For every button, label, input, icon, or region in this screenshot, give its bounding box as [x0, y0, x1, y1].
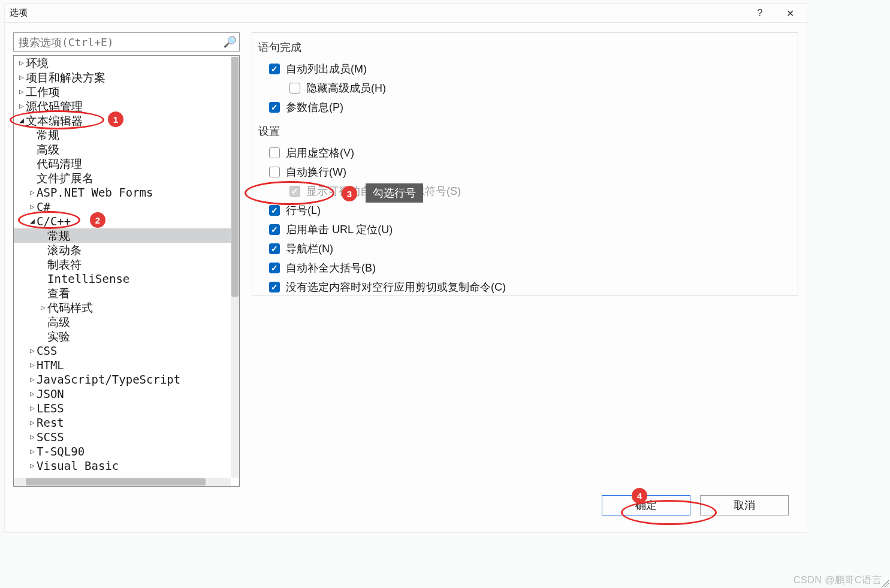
- tree-item[interactable]: ▷ASP.NET Web Forms: [14, 185, 231, 200]
- tree-horizontal-scrollbar[interactable]: [14, 478, 231, 486]
- tree-item-label: 滚动条: [47, 243, 82, 257]
- checkbox-icon: ✓: [269, 263, 280, 273]
- checkbox-icon: [289, 83, 300, 94]
- opt-word-wrap[interactable]: 自动换行(W): [258, 162, 793, 182]
- checkbox-icon: ✓: [269, 64, 280, 74]
- opt-cut-copy-blank[interactable]: ✓ 没有选定内容时对空行应用剪切或复制命令(C): [258, 278, 793, 297]
- tree-item[interactable]: ▷CSS: [14, 343, 231, 358]
- tree-item-label: 文本编辑器: [26, 113, 83, 128]
- tree-item[interactable]: ▷HTML: [14, 358, 231, 372]
- tree-item[interactable]: 实验: [14, 329, 231, 343]
- section-statement-completion: 语句完成: [258, 40, 793, 55]
- tree-item[interactable]: 代码清理: [14, 156, 231, 171]
- opt-parameter-info[interactable]: ✓ 参数信息(P): [258, 98, 793, 117]
- tree-item-label: IntelliSense: [47, 272, 129, 286]
- tree-item-label: JavaScript/TypeScript: [37, 372, 180, 387]
- cancel-button[interactable]: 取消: [700, 495, 789, 515]
- opt-line-numbers[interactable]: ✓ 行号(L): [258, 201, 793, 220]
- tree-item[interactable]: ▷LESS: [14, 401, 231, 415]
- checkbox-icon: [269, 167, 280, 177]
- options-dialog: 选项 ? ✕ 🔍 ▷环境▷项目和解决方案▷工作项▷源代码管理◢文本编辑器常规高级…: [5, 4, 807, 532]
- close-icon: ✕: [786, 8, 794, 19]
- checkbox-icon: ✓: [269, 224, 280, 235]
- caret-right-icon: ▷: [28, 415, 37, 430]
- opt-virtual-space[interactable]: 启用虚空格(V): [258, 143, 793, 162]
- tree-item[interactable]: 常规: [14, 228, 231, 243]
- options-tree[interactable]: ▷环境▷项目和解决方案▷工作项▷源代码管理◢文本编辑器常规高级代码清理文件扩展名…: [14, 56, 231, 478]
- tree-item[interactable]: ▷JSON: [14, 387, 231, 401]
- opt-single-click-url[interactable]: ✓ 启用单击 URL 定位(U): [258, 220, 793, 239]
- tree-item[interactable]: ◢C/C++: [14, 214, 231, 228]
- tree-item[interactable]: ▷Rest: [14, 415, 231, 430]
- search-input[interactable]: [19, 36, 224, 49]
- opt-auto-list-members[interactable]: ✓ 自动列出成员(M): [258, 59, 793, 79]
- checkbox-icon: ✓: [269, 243, 280, 254]
- caret-right-icon: ▷: [28, 401, 37, 415]
- opt-navigation-bar[interactable]: ✓ 导航栏(N): [258, 239, 793, 258]
- section-settings: 设置: [258, 124, 793, 138]
- tree-item-label: LESS: [37, 401, 64, 415]
- tree-item[interactable]: ▷JavaScript/TypeScript: [14, 372, 231, 387]
- tree-item[interactable]: 高级: [14, 142, 231, 156]
- tree-item-label: 代码清理: [37, 156, 82, 171]
- tree-item[interactable]: 滚动条: [14, 243, 231, 257]
- tree-item[interactable]: 制表符: [14, 257, 231, 272]
- tree-item-label: 源代码管理: [26, 99, 83, 113]
- caret-right-icon: ▷: [28, 358, 37, 372]
- tree-item[interactable]: ▷C#: [14, 200, 231, 214]
- checkbox-icon: [269, 147, 280, 158]
- opt-show-wrap-glyphs: ✓ 显示可视的自动换行标志符号(S): [258, 182, 793, 201]
- tree-item[interactable]: 高级: [14, 315, 231, 329]
- close-button[interactable]: ✕: [773, 4, 807, 23]
- tree-item[interactable]: 查看: [14, 286, 231, 300]
- help-button[interactable]: ?: [747, 4, 773, 23]
- caret-right-icon: ▷: [28, 200, 37, 214]
- caret-right-icon: ▷: [17, 85, 26, 99]
- tree-item-label: Rest: [37, 415, 64, 430]
- opt-label: 隐藏高级成员(H): [306, 81, 386, 95]
- tree-item-label: CSS: [37, 343, 57, 358]
- opt-label: 显示可视的自动换行标志符号(S): [306, 184, 461, 198]
- tree-item-label: 高级: [37, 142, 59, 156]
- tree-item-label: ASP.NET Web Forms: [37, 185, 153, 200]
- tree-item[interactable]: ◢文本编辑器: [14, 113, 231, 128]
- tree-item[interactable]: 常规: [14, 128, 231, 142]
- opt-hide-advanced-members[interactable]: 隐藏高级成员(H): [258, 79, 793, 98]
- tree-item[interactable]: ▷Visual Basic: [14, 459, 231, 473]
- content-area: 🔍 ▷环境▷项目和解决方案▷工作项▷源代码管理◢文本编辑器常规高级代码清理文件扩…: [13, 32, 798, 524]
- tree-item[interactable]: ▷工作项: [14, 85, 231, 99]
- tree-item[interactable]: ▷T-SQL90: [14, 444, 231, 459]
- tree-item[interactable]: ▷项目和解决方案: [14, 70, 231, 85]
- caret-right-icon: ▷: [28, 343, 37, 358]
- tree-item-label: 代码样式: [47, 300, 93, 315]
- tree-item-label: 工作项: [26, 85, 60, 99]
- tree-item-label: 制表符: [47, 257, 82, 272]
- tree-vertical-scrollbar[interactable]: [231, 56, 239, 478]
- tree-item[interactable]: 文件扩展名: [14, 171, 231, 185]
- search-box[interactable]: 🔍: [13, 32, 240, 52]
- caret-right-icon: ▷: [17, 56, 26, 70]
- tree-item[interactable]: ▷代码样式: [14, 300, 231, 315]
- ok-button[interactable]: 确定: [602, 495, 690, 515]
- tree-item[interactable]: IntelliSense: [14, 272, 231, 286]
- opt-label: 自动换行(W): [286, 165, 346, 179]
- tree-item-label: 环境: [26, 56, 49, 70]
- caret-down-icon: ◢: [28, 214, 37, 228]
- tree-item-label: 实验: [47, 329, 70, 343]
- tree-item[interactable]: ▷环境: [14, 56, 231, 70]
- tree-item-label: 常规: [37, 128, 59, 142]
- opt-label: 启用虚空格(V): [286, 146, 354, 160]
- cancel-label: 取消: [734, 498, 755, 512]
- tree-item-label: C#: [37, 200, 50, 214]
- opt-auto-brace[interactable]: ✓ 自动补全大括号(B): [258, 258, 793, 278]
- window-title: 选项: [10, 7, 28, 19]
- tree-item[interactable]: ▷SCSS: [14, 430, 231, 444]
- tree-panel: ▷环境▷项目和解决方案▷工作项▷源代码管理◢文本编辑器常规高级代码清理文件扩展名…: [13, 55, 240, 487]
- tree-item[interactable]: ▷源代码管理: [14, 99, 231, 113]
- watermark: CSDN @鹏哥C语言: [794, 574, 882, 587]
- caret-right-icon: ▷: [17, 70, 26, 85]
- caret-right-icon: ▷: [39, 300, 47, 315]
- dialog-footer: 确定 取消: [602, 495, 789, 515]
- resize-grip-icon[interactable]: [880, 578, 889, 587]
- caret-right-icon: ▷: [28, 372, 37, 387]
